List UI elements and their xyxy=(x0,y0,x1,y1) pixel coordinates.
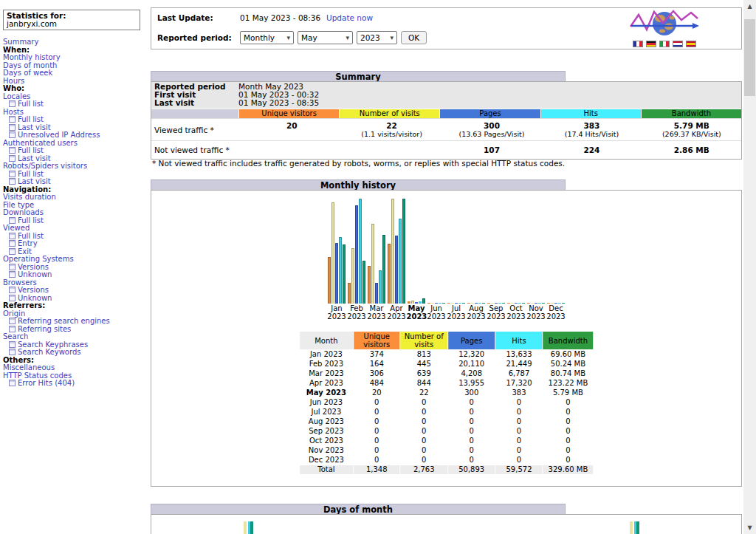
table-cell: Jul 2023 xyxy=(300,408,353,417)
sidebar-item-label: Full list xyxy=(18,216,44,225)
cell-main-value: 107 xyxy=(484,146,500,154)
table-header-cell-unique-visitors: Unique visitors xyxy=(354,332,399,349)
update-now-link[interactable]: Update now xyxy=(326,13,373,22)
table-cell: 13,633 xyxy=(495,350,542,359)
flag-netherlands xyxy=(673,41,683,47)
table-cell: 306 xyxy=(354,369,399,378)
period-select[interactable]: Monthly ▾ xyxy=(240,31,294,44)
table-cell: 383 xyxy=(495,388,542,397)
table-cell: 21,449 xyxy=(495,360,542,369)
table-cell-total: 1,348 xyxy=(354,465,399,474)
axis-label-line: Nov xyxy=(526,305,546,313)
bar-group-oct-2023 xyxy=(507,303,525,304)
bar-unique-visitors xyxy=(388,244,391,304)
bar-hits xyxy=(538,303,541,304)
bar-group-nov-2023 xyxy=(527,303,545,304)
cell-main-value: 2.86 MB xyxy=(674,146,709,154)
bar-pages xyxy=(475,303,478,304)
not-viewed-traffic-label: Not viewed traffic * xyxy=(151,141,241,159)
sidebar-item-error-hits-404[interactable]: Error Hits (404) xyxy=(3,380,140,388)
ok-button[interactable]: OK xyxy=(401,31,427,44)
table-row-dec-2023: Dec 202300000 xyxy=(300,456,594,465)
monthly-table-body: Jan 202337481312,32013,63369.60 MBFeb 20… xyxy=(300,350,594,474)
table-row-mar-2023: Mar 20233066394,2086,78780.74 MB xyxy=(300,369,594,378)
cell-main-value: 300 xyxy=(442,121,541,130)
awstats-page: { "app": { "stats_for_label": "Statistic… xyxy=(0,0,756,534)
scroll-up-arrow-icon[interactable]: ▲ xyxy=(743,0,756,13)
cell-sub-value: (1.1 visits/visitor) xyxy=(342,130,441,138)
monthly-history-table: MonthUnique visitorsNumber of visitsPage… xyxy=(299,331,594,475)
sidebar-item-label: Referring sites xyxy=(18,325,71,333)
table-row-sep-2023: Sep 202300000 xyxy=(300,427,594,436)
bar-pages xyxy=(355,205,358,304)
table-cell: 0 xyxy=(354,446,399,455)
sidebar-item-label: Referrers: xyxy=(3,301,45,309)
reported-period-row: Reported period: Monthly ▾ May ▾ 2023 ▾ … xyxy=(157,31,427,44)
table-cell: 20,110 xyxy=(448,360,495,369)
x-axis-label: Mar2023 xyxy=(367,305,387,321)
axis-label-line: Jul xyxy=(447,305,467,313)
table-cell: 0 xyxy=(495,446,542,455)
table-cell: Oct 2023 xyxy=(300,437,353,445)
sidebar-item-label: Robots/Spiders visitors xyxy=(3,162,87,170)
table-row-oct-2023: Oct 202300000 xyxy=(300,437,594,445)
axis-label-line: 2023 xyxy=(487,313,506,321)
axis-label-line: 2023 xyxy=(427,313,447,321)
scrollbar-thumb[interactable] xyxy=(744,19,755,96)
table-cell: 0 xyxy=(495,408,542,417)
year-select[interactable]: 2023 ▾ xyxy=(357,31,397,44)
sidebar-item-label: Last visit xyxy=(18,123,51,131)
sidebar-item-label: Last visit xyxy=(18,177,51,185)
list-icon xyxy=(9,116,16,123)
table-cell: 0 xyxy=(495,456,542,465)
summary-box: Reported period Month May 2023 First vis… xyxy=(151,81,742,160)
days-bar xyxy=(244,521,247,534)
not-viewed-cell-pages: 107 xyxy=(442,141,541,159)
list-icon xyxy=(9,155,16,162)
bar-number-of-visits xyxy=(491,303,494,304)
list-icon xyxy=(9,147,16,154)
table-cell: Jun 2023 xyxy=(300,398,353,407)
sidebar-item-label: Others: xyxy=(3,356,34,364)
table-cell: 300 xyxy=(448,388,495,397)
x-axis-label: Apr2023 xyxy=(387,305,407,321)
bar-unique-visitors xyxy=(368,266,371,304)
flag-stripe xyxy=(673,45,682,47)
sidebar-item-label: Unknown xyxy=(18,270,52,278)
month-select[interactable]: May ▾ xyxy=(298,31,353,44)
axis-label-line: Feb xyxy=(347,305,367,313)
table-cell: 0 xyxy=(448,408,495,417)
year-select-value: 2023 xyxy=(360,33,380,42)
not-viewed-cell-number-of-visits xyxy=(342,141,441,159)
sidebar-item-label: Viewed xyxy=(3,224,30,232)
viewed-cell-number-of-visits: 22(1.1 visits/visitor) xyxy=(342,119,441,140)
bar-hits xyxy=(558,303,561,304)
table-cell: Apr 2023 xyxy=(300,379,353,388)
vertical-scrollbar[interactable]: ▲ ▼ xyxy=(743,0,756,534)
table-row-feb-2023: Feb 202316444520,11021,44950.24 MB xyxy=(300,360,594,369)
last-update-value: 01 May 2023 - 08:36 xyxy=(240,13,326,22)
axis-label-line: 2023 xyxy=(447,313,467,321)
table-cell: 0 xyxy=(543,456,594,465)
x-axis-label: Aug2023 xyxy=(467,305,487,321)
chevron-down-icon: ▾ xyxy=(390,34,394,41)
bar-unique-visitors xyxy=(408,301,410,304)
sidebar-item-label: Origin xyxy=(3,309,25,318)
table-cell: 0 xyxy=(448,456,495,465)
table-cell: 22 xyxy=(400,388,447,397)
table-row-jan-2023: Jan 202337481312,32013,63369.60 MB xyxy=(300,350,594,359)
table-cell: 12,320 xyxy=(448,350,495,359)
bar-group-feb-2023 xyxy=(348,199,365,304)
table-cell-total: 2,763 xyxy=(400,465,447,474)
bar-group-may-2023 xyxy=(408,298,425,304)
last-update-row: Last Update: 01 May 2023 - 08:36 Update … xyxy=(157,13,373,22)
table-cell: 0 xyxy=(400,437,447,445)
bar-number-of-visits xyxy=(511,303,514,304)
sidebar-item-label: Full list xyxy=(18,115,44,123)
viewed-cell-pages: 300(13.63 Pages/Visit) xyxy=(442,119,541,140)
scroll-down-arrow-icon[interactable]: ▼ xyxy=(743,521,756,534)
table-cell: 0 xyxy=(400,398,447,407)
table-header-cell-number-of-visits: Number of visits xyxy=(400,332,447,349)
table-cell: 0 xyxy=(448,437,495,445)
bar-unique-visitors xyxy=(348,283,351,304)
